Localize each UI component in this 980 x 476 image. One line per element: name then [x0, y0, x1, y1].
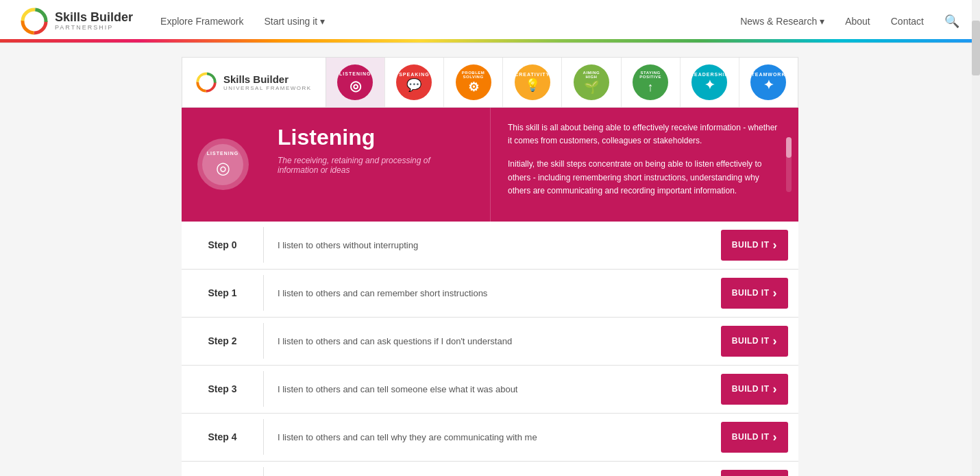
step-action-2: BUILD IT › [709, 318, 798, 365]
build-it-chevron: › [773, 430, 778, 444]
build-it-button-4[interactable]: BUILD IT › [721, 422, 788, 453]
main-content: Skills Builder UNIVERSAL FRAMEWORK LISTE… [182, 57, 798, 476]
step-row-0: Step 0I listen to others without interru… [182, 222, 798, 270]
page-scrollbar[interactable] [972, 0, 980, 476]
build-it-chevron: › [773, 382, 778, 396]
listening-icon-inner: LISTENING ◎ [202, 144, 243, 185]
build-it-label: BUILD IT [732, 240, 770, 250]
aiming-high-circle: AIMINGHIGH 🌱 [574, 64, 609, 100]
listening-title: Listening [278, 125, 473, 150]
build-it-label: BUILD IT [732, 336, 770, 346]
logo-area[interactable]: Skills Builder PARTNERSHIP [21, 8, 133, 35]
scroll-thumb [786, 137, 792, 158]
top-navigation: Skills Builder PARTNERSHIP Explore Frame… [0, 0, 980, 43]
nav-contact[interactable]: Contact [891, 16, 924, 27]
skills-icons-row: LISTENING ◎ SPEAKING 💬 PROBLE [326, 58, 798, 107]
nav-news-research[interactable]: News & Research ▾ [740, 16, 824, 27]
skill-staying-positive[interactable]: STAYINGPOSITIVE ↑ [622, 58, 681, 107]
build-it-chevron: › [773, 334, 778, 348]
step-number-4: Step 4 [182, 419, 264, 455]
logo-ring-icon [21, 8, 48, 35]
step-number-5: Step 5 [182, 467, 264, 476]
build-it-chevron: › [773, 238, 778, 252]
problem-solving-circle: PROBLEMSOLVING ⚙ [456, 64, 491, 100]
step-desc-1: I listen to others and can remember shor… [264, 276, 709, 311]
nav-start-using[interactable]: Start using it ▾ [264, 16, 325, 27]
step-action-1: BUILD IT › [709, 270, 798, 317]
build-it-button-5[interactable]: BUILD IT › [721, 470, 788, 476]
step-action-4: BUILD IT › [709, 414, 798, 461]
step-number-1: Step 1 [182, 275, 264, 311]
build-it-label: BUILD IT [732, 288, 770, 298]
step-number-0: Step 0 [182, 227, 264, 263]
skill-aiming-high[interactable]: AIMINGHIGH 🌱 [562, 58, 621, 107]
listening-hero: LISTENING ◎ Listening The receiving, ret… [182, 108, 798, 222]
step-desc-0: I listen to others without interrupting [264, 228, 709, 263]
skill-problem-solving[interactable]: PROBLEMSOLVING ⚙ [444, 58, 503, 107]
step-action-0: BUILD IT › [709, 222, 798, 269]
logo-text: Skills Builder PARTNERSHIP [55, 11, 133, 32]
listening-waves-icon: ◎ [216, 158, 230, 178]
build-it-button-0[interactable]: BUILD IT › [721, 230, 788, 261]
nav-explore[interactable]: Explore Framework [160, 16, 243, 27]
steps-list: Step 0I listen to others without interru… [182, 222, 798, 476]
skill-teamwork[interactable]: TEAMWORK ✦ [739, 58, 798, 107]
leadership-circle: LEADERSHIP ✦ [691, 64, 727, 100]
step-desc-3: I listen to others and can tell someone … [264, 372, 709, 407]
step-row-4: Step 4I listen to others and can tell wh… [182, 414, 798, 462]
build-it-chevron: › [773, 286, 778, 300]
build-it-button-2[interactable]: BUILD IT › [721, 326, 788, 357]
skill-leadership[interactable]: LEADERSHIP ✦ [681, 58, 739, 107]
step-desc-2: I listen to others and can ask questions… [264, 324, 709, 359]
listening-circle: LISTENING ◎ [337, 64, 373, 100]
search-icon[interactable]: 🔍 [944, 14, 959, 29]
step-row-3: Step 3I listen to others and can tell so… [182, 366, 798, 414]
listening-text-panel: Listening The receiving, retaining and p… [264, 108, 491, 222]
framework-logo-ring [196, 72, 217, 93]
step-row-2: Step 2I listen to others and can ask que… [182, 318, 798, 366]
build-it-button-1[interactable]: BUILD IT › [721, 278, 788, 309]
step-desc-5: I listen to others and record important … [264, 468, 709, 476]
listening-icon-circle: LISTENING ◎ [197, 139, 249, 190]
creativity-circle: CREATIVITY 💡 [515, 64, 550, 100]
framework-subtitle: UNIVERSAL FRAMEWORK [223, 85, 312, 91]
build-it-label: BUILD IT [732, 432, 770, 442]
listening-desc-2: Initially, the skill steps concentrate o… [508, 158, 781, 198]
rainbow-bar [0, 39, 980, 43]
build-it-button-3[interactable]: BUILD IT › [721, 374, 788, 405]
skill-listening[interactable]: LISTENING ◎ [326, 58, 385, 107]
listening-desc-panel: This skill is all about being able to ef… [491, 108, 798, 222]
step-action-3: BUILD IT › [709, 366, 798, 413]
speaking-circle: SPEAKING 💬 [396, 64, 432, 100]
step-action-5: BUILD IT › [709, 462, 798, 476]
step-number-2: Step 2 [182, 323, 264, 359]
listening-icon-panel: LISTENING ◎ [182, 108, 264, 222]
framework-logo: Skills Builder UNIVERSAL FRAMEWORK [182, 58, 326, 107]
build-it-label: BUILD IT [732, 384, 770, 394]
nav-about[interactable]: About [845, 16, 870, 27]
skills-header: Skills Builder UNIVERSAL FRAMEWORK LISTE… [182, 57, 798, 108]
nav-links: Explore Framework Start using it ▾ [160, 16, 740, 27]
step-number-3: Step 3 [182, 371, 264, 407]
listening-subtitle: The receiving, retaining and processing … [278, 156, 473, 175]
staying-positive-circle: STAYINGPOSITIVE ↑ [633, 64, 668, 100]
skill-speaking[interactable]: SPEAKING 💬 [385, 58, 444, 107]
framework-title: Skills Builder [223, 73, 312, 85]
step-row-1: Step 1I listen to others and can remembe… [182, 270, 798, 318]
teamwork-circle: TEAMWORK ✦ [750, 64, 786, 100]
step-row-5: Step 5I listen to others and record impo… [182, 462, 798, 476]
skill-creativity[interactable]: CREATIVITY 💡 [503, 58, 562, 107]
listening-desc-1: This skill is all about being able to ef… [508, 121, 781, 147]
scroll-indicator [786, 137, 792, 192]
nav-right: News & Research ▾ About Contact 🔍 [740, 14, 959, 29]
step-desc-4: I listen to others and can tell why they… [264, 420, 709, 455]
scrollbar-thumb[interactable] [972, 21, 980, 75]
